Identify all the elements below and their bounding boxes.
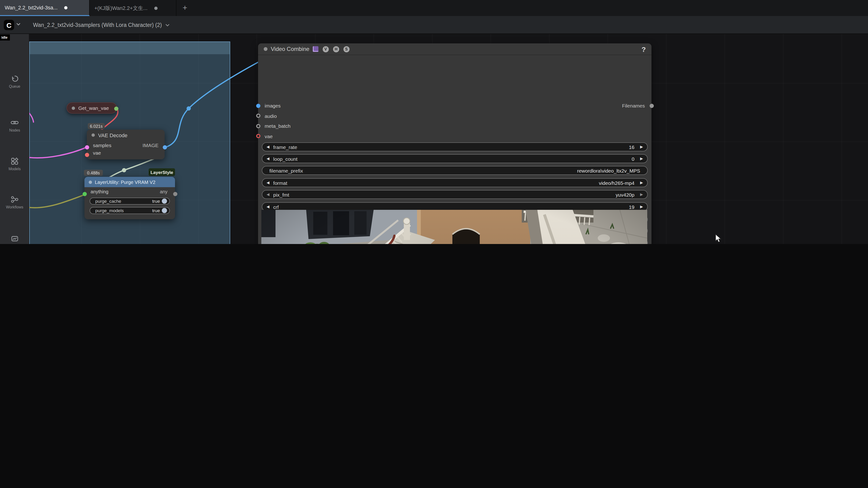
input-port-vae[interactable] bbox=[85, 153, 89, 157]
exec-time-badge: 0.488s bbox=[84, 170, 103, 176]
tab-title: Wan_2.2_txt2vid-3sa... bbox=[5, 5, 58, 10]
video-preview[interactable] bbox=[261, 210, 647, 244]
node-vae-decode[interactable]: VAE Decode samples vae IMAGE bbox=[87, 130, 165, 159]
node-header[interactable]: Video Combine V H S ? bbox=[258, 43, 651, 55]
io-row-vae: vae bbox=[258, 131, 651, 141]
sidebar-item-input-output[interactable]: Input & Output bbox=[0, 234, 29, 244]
vhs-pixel-icon bbox=[313, 46, 318, 52]
collapse-dot[interactable] bbox=[264, 47, 268, 51]
widget-frame-rate[interactable]: ◀ frame_rate 16 ▶ bbox=[262, 142, 648, 151]
images-icon bbox=[10, 234, 19, 243]
toggle-knob[interactable] bbox=[162, 208, 167, 213]
decrement-icon[interactable]: ◀ bbox=[267, 181, 269, 185]
node-get-wan-vae[interactable]: Get_wan_vae bbox=[66, 102, 117, 113]
sidebar-item-workflows[interactable]: Workflows bbox=[0, 195, 29, 209]
tab-workflow-2[interactable]: +(KJ版)Wan2.2+文生... bbox=[90, 0, 177, 16]
history-icon bbox=[10, 74, 19, 83]
output-port-image[interactable] bbox=[162, 145, 167, 149]
vhs-letter: V bbox=[323, 46, 329, 52]
output-port-any[interactable] bbox=[173, 192, 177, 196]
decrement-icon[interactable]: ◀ bbox=[267, 205, 269, 209]
input-port-anything[interactable] bbox=[82, 192, 87, 196]
output-port-filenames[interactable] bbox=[649, 103, 654, 108]
increment-icon[interactable]: ▶ bbox=[640, 193, 643, 196]
tab-workflow-1[interactable]: Wan_2.2_txt2vid-3sa... bbox=[0, 0, 90, 16]
increment-icon[interactable]: ▶ bbox=[640, 157, 643, 161]
tab-modified-dot[interactable] bbox=[64, 6, 67, 9]
output-port-vae[interactable] bbox=[114, 106, 118, 110]
io-row-audio: audio bbox=[258, 111, 651, 121]
sidebar-item-models[interactable]: Models bbox=[0, 157, 29, 171]
new-tab-button[interactable]: + bbox=[177, 0, 193, 16]
collapse-dot[interactable] bbox=[89, 181, 92, 184]
widget-pix-fmt[interactable]: ◀ pix_fmt yuv420p ▶ bbox=[262, 190, 648, 199]
top-menu-bar: C Wan_2.2_txt2vid-3samplers (With Lora C… bbox=[0, 16, 868, 34]
tab-title: +(KJ版)Wan2.2+文生... bbox=[94, 4, 148, 11]
widget-purge-cache[interactable]: purge_cache true bbox=[90, 198, 170, 205]
node-video-combine-1[interactable]: Video Combine V H S ? images Filenames a… bbox=[258, 43, 651, 244]
chevron-down-icon bbox=[165, 23, 170, 27]
decrement-icon[interactable]: ◀ bbox=[267, 157, 269, 161]
widget-format[interactable]: ◀ format video/h265-mp4 ▶ bbox=[262, 178, 648, 187]
workflow-title[interactable]: Wan_2.2_txt2vid-3samplers (With Lora Cha… bbox=[33, 16, 170, 34]
input-port-samples[interactable] bbox=[85, 145, 89, 149]
link-icon bbox=[10, 118, 19, 127]
input-port-images[interactable] bbox=[256, 103, 260, 108]
io-row-images: images Filenames bbox=[258, 101, 651, 110]
increment-icon[interactable]: ▶ bbox=[640, 145, 643, 149]
widget-filename-prefix[interactable]: filename_prefix rewordlora\video_ltx2v_M… bbox=[262, 166, 648, 175]
exec-time-badge: 6.021s bbox=[88, 123, 105, 129]
input-port-meta-batch[interactable] bbox=[256, 124, 260, 128]
input-port-audio[interactable] bbox=[256, 113, 260, 118]
collapse-dot[interactable] bbox=[72, 106, 75, 110]
decrement-icon[interactable]: ◀ bbox=[267, 145, 269, 149]
node-purge-vram[interactable]: LayerUtility: Purge VRAM V2 anything any… bbox=[85, 177, 175, 219]
group-header[interactable] bbox=[30, 42, 230, 54]
comfyui-app: Wan_2.2_txt2vid-3sa... +(KJ版)Wan2.2+文生..… bbox=[0, 0, 868, 244]
sidebar-item-nodes[interactable]: Nodes bbox=[0, 118, 29, 132]
increment-icon[interactable]: ▶ bbox=[640, 181, 643, 185]
vhs-letter: S bbox=[343, 46, 349, 52]
node-graph-canvas[interactable]: Get_wan_vae 6.021s VAE Decode samples va… bbox=[29, 34, 868, 244]
mouse-cursor bbox=[715, 234, 722, 243]
increment-icon[interactable]: ▶ bbox=[640, 205, 643, 209]
collapse-dot[interactable] bbox=[92, 133, 95, 137]
chevron-down-icon[interactable] bbox=[16, 23, 21, 26]
tab-modified-dot[interactable] bbox=[154, 6, 157, 10]
comfyui-logo[interactable]: C bbox=[4, 20, 14, 30]
toggle-knob[interactable] bbox=[162, 198, 167, 204]
workflow-graph-icon bbox=[10, 195, 19, 204]
browser-tab-bar: Wan_2.2_txt2vid-3sa... +(KJ版)Wan2.2+文生..… bbox=[0, 0, 868, 16]
node-help-button[interactable]: ? bbox=[642, 45, 646, 53]
left-sidebar: Queue Nodes Models W bbox=[0, 34, 29, 244]
shapes-icon bbox=[10, 157, 19, 165]
node-pack-badge: LayerStyle bbox=[149, 168, 175, 176]
widget-loop-count[interactable]: ◀ loop_count 0 ▶ bbox=[262, 154, 648, 163]
preview-video-frame bbox=[261, 210, 647, 244]
decrement-icon[interactable]: ◀ bbox=[267, 193, 269, 196]
input-port-vae[interactable] bbox=[256, 134, 260, 138]
io-row-meta-batch: meta_batch bbox=[258, 121, 651, 131]
sidebar-item-queue[interactable]: Queue bbox=[0, 74, 29, 89]
vhs-letter: H bbox=[333, 46, 339, 52]
status-badge: Idle bbox=[0, 34, 10, 40]
widget-purge-models[interactable]: purge_models true bbox=[90, 207, 170, 214]
